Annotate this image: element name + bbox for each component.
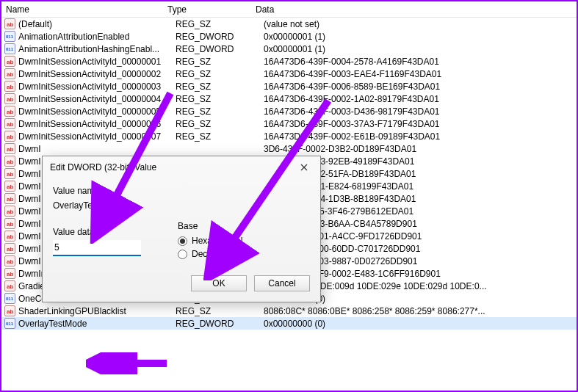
table-row[interactable]: 011AnimationAttributionEnabledREG_DWORD0… bbox=[1, 30, 577, 43]
radio-hexadecimal[interactable]: Hexadecimal bbox=[178, 236, 242, 246]
svg-text:ab: ab bbox=[7, 258, 13, 265]
value-name-cell: DwmInitSessionActivityId_00000004 bbox=[18, 94, 176, 104]
string-value-icon: ab bbox=[4, 255, 15, 266]
svg-text:011: 011 bbox=[6, 35, 14, 39]
string-value-icon: ab bbox=[4, 280, 15, 291]
string-value-icon: ab bbox=[4, 168, 15, 179]
value-name-field[interactable] bbox=[53, 199, 310, 212]
table-row[interactable]: abDwmInitSessionActivityId_00000003REG_S… bbox=[1, 80, 577, 92]
value-name-cell: DwmInitSessionActivityId_00000001 bbox=[18, 57, 176, 67]
radio-dec-label: Decimal bbox=[192, 249, 223, 259]
svg-text:ab: ab bbox=[7, 146, 13, 153]
value-data-cell: 16A473D6-439F-0003-D436-98179F43DA01 bbox=[264, 106, 577, 117]
table-row[interactable]: abDwmInitSessionActivityId_00000004REG_S… bbox=[1, 92, 577, 105]
value-name-label: Value name: bbox=[53, 186, 310, 196]
table-row[interactable]: abShaderLinkingGPUBlacklistREG_SZ8086:08… bbox=[1, 305, 577, 317]
close-icon[interactable] bbox=[294, 161, 314, 174]
string-value-icon: ab bbox=[4, 56, 15, 67]
value-type-cell: REG_DWORD bbox=[176, 32, 264, 42]
dialog-titlebar[interactable]: Edit DWORD (32-bit) Value bbox=[43, 156, 320, 177]
svg-text:ab: ab bbox=[7, 308, 13, 315]
value-name-cell: AnimationAttributionHashingEnabl... bbox=[18, 44, 176, 54]
value-data-cell: 8086:08C* 8086:0BE* 8086:258* 8086:259* … bbox=[264, 306, 577, 316]
value-type-cell: REG_SZ bbox=[176, 94, 264, 104]
value-name-cell: ShaderLinkingGPUBlacklist bbox=[18, 306, 176, 316]
value-type-cell: REG_SZ bbox=[176, 119, 264, 129]
radio-icon bbox=[178, 250, 187, 259]
value-type-cell: REG_SZ bbox=[176, 106, 264, 117]
svg-text:ab: ab bbox=[7, 96, 13, 103]
table-row[interactable]: abDwmInitSessionActivityId_00000007REG_S… bbox=[1, 130, 577, 142]
value-data-label: Value data: bbox=[53, 227, 156, 237]
table-row[interactable]: abDwmInitSessionActivityId_00000001REG_S… bbox=[1, 55, 577, 68]
column-header-data[interactable]: Data bbox=[251, 3, 577, 16]
value-data-cell: 16A473D6-439F-0003-37A3-F7179F43DA01 bbox=[264, 119, 577, 129]
value-type-cell: REG_SZ bbox=[176, 57, 264, 67]
radio-decimal[interactable]: Decimal bbox=[178, 249, 242, 259]
value-name-cell: DwmInitSessionActivityId_00000003 bbox=[18, 81, 176, 92]
svg-text:ab: ab bbox=[7, 84, 13, 90]
svg-text:ab: ab bbox=[7, 71, 13, 78]
svg-text:011: 011 bbox=[6, 322, 14, 326]
value-data-cell: 16A473D6-439F-0002-1A02-89179F43DA01 bbox=[264, 94, 577, 104]
string-value-icon: ab bbox=[4, 93, 15, 104]
value-type-cell: REG_SZ bbox=[176, 69, 264, 79]
svg-text:011: 011 bbox=[6, 297, 14, 301]
value-data-cell: 0x00000001 (1) bbox=[264, 32, 577, 42]
value-name-cell: DwmInitSessionActivityId_00000006 bbox=[18, 119, 176, 129]
value-type-cell: REG_SZ bbox=[176, 131, 264, 142]
value-data-cell: 3D6-439F-0002-D3B2-0D189F43DA01 bbox=[264, 144, 577, 154]
svg-text:ab: ab bbox=[7, 184, 13, 190]
column-header-row: Name Type Data bbox=[1, 1, 577, 18]
string-value-icon: ab bbox=[4, 231, 15, 242]
value-name-cell: DwmInitSessionActivityId_00000007 bbox=[18, 131, 176, 142]
cancel-button[interactable]: Cancel bbox=[254, 275, 310, 291]
value-type-cell: REG_SZ bbox=[176, 19, 264, 29]
radio-icon bbox=[178, 236, 187, 246]
value-type-cell: REG_SZ bbox=[176, 81, 264, 92]
dialog-title: Edit DWORD (32-bit) Value bbox=[50, 162, 294, 173]
svg-text:ab: ab bbox=[7, 246, 13, 253]
string-value-icon: ab bbox=[4, 18, 15, 29]
svg-text:ab: ab bbox=[7, 121, 13, 128]
table-row[interactable]: abDwmInitSessionActivityId_00000002REG_S… bbox=[1, 68, 577, 80]
string-value-icon: ab bbox=[4, 206, 15, 217]
value-data-input[interactable] bbox=[53, 240, 141, 256]
svg-text:ab: ab bbox=[7, 283, 13, 290]
value-name-cell: DwmI bbox=[18, 144, 176, 154]
svg-text:ab: ab bbox=[7, 21, 13, 28]
table-row[interactable]: ab(Default)REG_SZ(value not set) bbox=[1, 18, 577, 30]
radio-hex-label: Hexadecimal bbox=[192, 236, 242, 246]
svg-text:ab: ab bbox=[7, 159, 13, 165]
table-row[interactable]: 011AnimationAttributionHashingEnabl...RE… bbox=[1, 43, 577, 55]
value-type-cell: REG_DWORD bbox=[176, 44, 264, 54]
edit-dword-dialog: Edit DWORD (32-bit) Value Value name: Va… bbox=[42, 156, 321, 302]
value-name-cell: OverlayTestMode bbox=[18, 319, 176, 329]
svg-text:011: 011 bbox=[6, 47, 14, 51]
column-header-name[interactable]: Name bbox=[1, 3, 163, 16]
value-data-cell: 0x00000000 (0) bbox=[264, 319, 577, 329]
value-type-cell: REG_DWORD bbox=[176, 319, 264, 329]
table-row[interactable]: abDwmInitSessionActivityId_00000005REG_S… bbox=[1, 105, 577, 117]
svg-text:ab: ab bbox=[7, 271, 13, 277]
value-type-cell: REG_SZ bbox=[176, 306, 264, 316]
table-row[interactable]: abDwmInitSessionActivityId_00000006REG_S… bbox=[1, 117, 577, 130]
string-value-icon: ab bbox=[4, 81, 15, 92]
column-header-type[interactable]: Type bbox=[163, 3, 251, 16]
string-value-icon: ab bbox=[4, 131, 15, 142]
svg-text:ab: ab bbox=[7, 59, 13, 65]
base-group-label: Base bbox=[178, 221, 242, 231]
svg-text:ab: ab bbox=[7, 171, 13, 178]
svg-text:ab: ab bbox=[7, 196, 13, 203]
string-value-icon: ab bbox=[4, 218, 15, 229]
table-row[interactable]: abDwmI3D6-439F-0002-D3B2-0D189F43DA01 bbox=[1, 142, 577, 155]
ok-button[interactable]: OK bbox=[191, 275, 247, 291]
table-row[interactable]: 011OverlayTestModeREG_DWORD0x00000000 (0… bbox=[1, 317, 577, 330]
svg-text:ab: ab bbox=[7, 208, 13, 215]
string-value-icon: ab bbox=[4, 118, 15, 129]
value-name-cell: AnimationAttributionEnabled bbox=[18, 32, 176, 42]
string-value-icon: ab bbox=[4, 181, 15, 192]
string-value-icon: ab bbox=[4, 156, 15, 167]
value-data-cell: 16A473D6-439F-0002-E61B-09189F43DA01 bbox=[264, 131, 577, 142]
dword-value-icon: 011 bbox=[4, 318, 15, 329]
